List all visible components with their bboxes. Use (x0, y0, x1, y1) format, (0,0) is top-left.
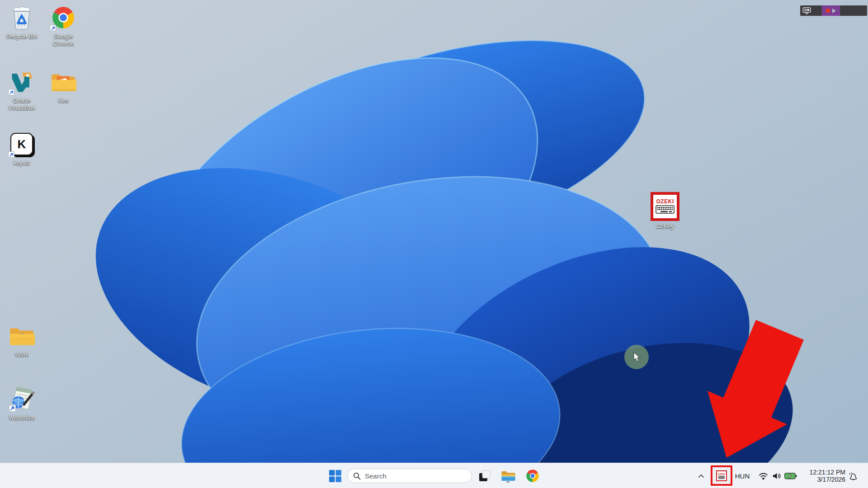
bell-dnd-icon: z z (849, 472, 858, 480)
desktop-icon-label: OzKey (656, 223, 674, 230)
running-indicator (507, 481, 510, 483)
desktop-icon-work[interactable]: Work (1, 322, 42, 358)
desktop-icon-files[interactable]: files (42, 68, 84, 104)
clock[interactable]: 12:21:12 PM 3/17/2026 (804, 464, 845, 488)
chrome-icon (526, 469, 539, 483)
desktop-icon-ozkey[interactable]: OZEKI OzKey (644, 192, 686, 230)
start-button[interactable] (325, 468, 345, 484)
search-box[interactable] (347, 469, 472, 483)
file-explorer-button[interactable] (498, 468, 518, 484)
ozkey-icon: OZEKI (650, 192, 680, 221)
search-input[interactable] (365, 472, 460, 480)
desktop-icon-label: keyviz (14, 160, 30, 167)
virtualbox-icon (8, 68, 36, 96)
tray-time: 12:21:12 PM (810, 469, 845, 476)
record-stop-icon[interactable] (826, 9, 830, 13)
desktop-icon-label: Weboffice (9, 414, 34, 422)
cursor-highlight (624, 345, 649, 369)
files-folder-icon (49, 68, 77, 96)
screen-record-button[interactable] (800, 7, 813, 14)
tray-date: 3/17/2026 (810, 476, 845, 483)
chevron-up-icon (698, 474, 704, 478)
wifi-icon (759, 472, 768, 480)
desktop-icon-recycle-bin[interactable]: Recycle Bin (1, 4, 42, 40)
battery-button[interactable] (783, 464, 798, 488)
desktop-icon-weboffice[interactable]: Weboffice (1, 385, 42, 422)
keyviz-icon: K (8, 130, 36, 158)
desktop-icon-label: Recycle Bin (6, 33, 38, 40)
desktop-icon-keyviz[interactable]: K keyviz (1, 130, 42, 167)
recorder-bar-spacer (840, 5, 867, 16)
desktop-icon-label: Google Chrome (44, 33, 83, 47)
language-label: HUN (735, 472, 750, 480)
monitor-camera-icon (802, 7, 811, 14)
battery-charging-icon (784, 473, 797, 479)
shortcut-arrow-icon (8, 151, 14, 158)
taskbar: HUN (0, 463, 868, 488)
desktop-icon-label: Oracle VirtualBox (2, 97, 41, 111)
recorder-overlay-bar (800, 5, 867, 16)
svg-text:z: z (851, 472, 852, 474)
recorder-bar-divider (813, 5, 822, 16)
recorder-controls (822, 5, 840, 16)
work-folder-icon (8, 322, 36, 350)
desktop-icon-label: Work (15, 351, 28, 358)
ozeki-brand-text: OZEKI (656, 199, 674, 204)
mouse-cursor-icon (633, 352, 640, 362)
file-explorer-icon (501, 470, 516, 482)
windows-logo-icon (329, 470, 341, 482)
wallpaper-image (0, 0, 868, 488)
svg-text:z: z (849, 472, 850, 475)
volume-button[interactable] (770, 464, 783, 488)
desktop: Recycle Bin Google Chrome (0, 0, 868, 488)
shortcut-arrow-icon (8, 89, 14, 95)
chrome-taskbar-button[interactable] (523, 468, 542, 484)
wifi-button[interactable] (757, 464, 769, 488)
play-icon[interactable] (832, 9, 836, 13)
desktop-icon-oracle-virtualbox[interactable]: Oracle VirtualBox (1, 68, 42, 111)
search-icon (353, 472, 361, 480)
weboffice-icon (8, 385, 36, 413)
task-view-button[interactable] (475, 468, 495, 484)
recycle-bin-icon (8, 4, 36, 32)
chrome-icon (49, 4, 77, 32)
language-indicator[interactable]: HUN (733, 464, 751, 488)
notification-center-button[interactable]: z z (846, 464, 860, 488)
shortcut-arrow-icon (50, 25, 56, 31)
task-view-icon (478, 469, 491, 483)
speaker-icon (772, 472, 781, 480)
desktop-icon-label: files (58, 97, 68, 104)
red-annotation-box (711, 465, 732, 486)
tray-expand-button[interactable] (695, 464, 707, 488)
desktop-icon-google-chrome[interactable]: Google Chrome (42, 4, 84, 47)
